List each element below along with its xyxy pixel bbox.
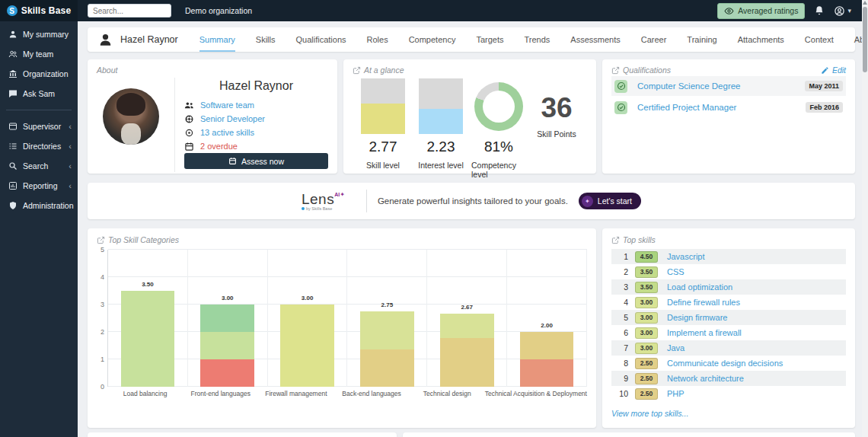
skill-rating-badge: 3.00 [635,297,658,308]
chart-column: 2.67 [427,250,507,387]
active-skills-link[interactable]: 13 active skills [200,128,254,137]
lets-start-button[interactable]: ✦ Let's start [579,193,641,209]
divider [366,190,367,212]
bar-segment [200,332,254,359]
tab-targets[interactable]: Targets [476,27,503,52]
tab-career[interactable]: Career [641,27,667,52]
main-content: Hazel Raynor SummarySkillsQualifications… [78,21,868,437]
partial-card [88,432,397,437]
sidebar-group-search[interactable]: Search‹ [0,156,78,176]
skill-rank: 2 [614,267,628,276]
pencil-icon [821,66,829,75]
scrollbar-up-arrow[interactable] [863,1,867,5]
metric-value: 81% [484,139,513,155]
notifications-bell-icon[interactable] [814,5,825,16]
about-card: About Hazel Raynor Software team Senior … [88,59,337,174]
chart-title: Top Skill Categories [108,235,179,244]
sidebar-item-my-team[interactable]: My team [0,44,78,64]
sidebar-group-administration[interactable]: Administration‹ [0,196,78,215]
tab-attachments[interactable]: Attachments [738,27,784,52]
skill-link[interactable]: Load optimization [667,282,732,292]
skill-rating-badge: 2.50 [635,388,658,400]
chart-column: 3.00 [188,250,268,387]
y-axis-tick: 4 [101,273,104,281]
organization-name: Demo organization [185,6,252,15]
tab-competency[interactable]: Competency [409,27,456,52]
tab-training[interactable]: Training [687,27,716,52]
skill-row: 5 3.00 Design firmware [611,310,846,325]
chevron-left-icon: ‹ [69,202,72,209]
sparkle-icon: ✦ [582,196,593,207]
tab-assessments[interactable]: Assessments [570,27,620,52]
sidebar-item-ask-sam[interactable]: Ask Sam [0,84,78,104]
y-axis-tick: 3 [101,301,104,308]
skill-link[interactable]: Javascript [667,252,705,261]
skill-rank: 1 [614,252,628,261]
skill-link[interactable]: Define firewall rules [667,298,740,307]
user-menu[interactable]: ▾ [834,5,851,17]
bar-segment [440,338,494,387]
eye-icon [724,6,734,16]
skill-link[interactable]: Communicate design decisions [667,359,783,368]
search-input[interactable] [88,4,171,18]
qualification-row: Certified Project Manager Feb 2016 [611,97,846,117]
lens-message: Generate powerful insights tailored to y… [378,196,568,206]
scrollbar-thumb[interactable] [863,7,867,72]
app-title: Skills Base [21,5,72,16]
skill-link[interactable]: Implement a firewall [667,328,742,337]
x-axis-label: Firewall management [258,390,333,397]
role-link[interactable]: Senior Developer [200,114,265,123]
overdue-link[interactable]: 2 overdue [200,142,238,151]
view-more-top-skills-link[interactable]: View more top skills... [611,409,688,418]
bar-value-label: 2.00 [507,322,586,329]
sidebar-group-reporting[interactable]: Reporting‹ [0,176,78,196]
edit-qualifications-link[interactable]: Edit [821,65,846,75]
chevron-left-icon: ‹ [69,123,72,130]
skill-link[interactable]: Network architecture [667,374,744,383]
y-axis-tick: 5 [101,246,104,254]
team-link[interactable]: Software team [200,100,254,110]
top-bar: S Skills Base Demo organization Averaged… [0,0,868,21]
qualification-link[interactable]: Computer Science Degree [637,81,741,91]
sidebar-group-directories[interactable]: Directories‹ [0,136,78,156]
qualification-link[interactable]: Certified Project Manager [637,103,736,112]
external-link-icon [611,66,620,75]
bar-segment [121,291,175,387]
bar-value-label: 3.00 [188,295,267,301]
skill-link[interactable]: Design firmware [667,313,727,322]
app-logo[interactable]: S Skills Base [0,0,78,21]
assess-now-button[interactable]: Assess now [184,153,328,169]
averaged-ratings-button[interactable]: Averaged ratings [717,3,805,19]
skill-rank: 3 [614,282,628,292]
skill-link[interactable]: PHP [667,389,685,398]
vertical-scrollbar[interactable] [862,0,868,437]
tab-trends[interactable]: Trends [524,27,550,52]
tab-skills[interactable]: Skills [256,27,276,52]
external-link-icon [97,236,105,244]
tab-context[interactable]: Context [805,27,834,52]
tab-roles[interactable]: Roles [367,27,388,52]
chevron-left-icon: ‹ [69,182,72,190]
team-users-icon [184,100,194,110]
check-circle-icon [614,101,627,114]
top-skill-categories-card: Top Skill Categories 0123453.503.003.002… [88,228,596,428]
skill-row: 2 3.50 CSS [611,264,846,279]
skill-row: 9 2.50 Network architecture [611,371,846,386]
x-axis-label: Back-end languages [333,390,409,397]
skill-rating-badge: 3.00 [635,343,658,354]
sidebar-group-supervisor[interactable]: Supervisor‹ [0,116,78,136]
tab-qualifications[interactable]: Qualifications [295,27,346,52]
skill-link[interactable]: CSS [667,267,685,276]
metric-label: Skill level [366,161,400,170]
tab-summary[interactable]: Summary [199,27,235,52]
metric-label: Interest level [418,161,464,170]
about-card-title: About [97,65,117,75]
skill-rank: 4 [614,298,628,307]
sidebar-item-organization[interactable]: Organization [0,64,78,84]
metric-bar [361,78,405,134]
skill-row: 1 4.50 Javascript [611,249,846,264]
about-name: Hazel Raynor [184,79,328,93]
skill-link[interactable]: Java [667,343,685,352]
bar-value-label: 3.50 [108,281,187,288]
sidebar-item-my-summary[interactable]: My summary [0,24,78,44]
